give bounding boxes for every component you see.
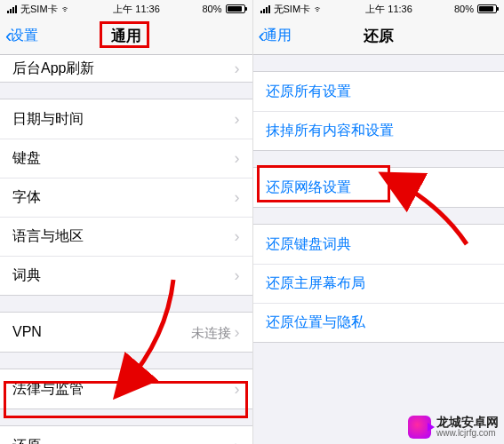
signal-icon: [7, 5, 17, 13]
row-reset-network[interactable]: 还原网络设置: [253, 168, 505, 207]
page-title: 通用: [111, 26, 141, 46]
group-reset-all: 还原所有设置 抹掉所有内容和设置: [253, 71, 505, 151]
status-bar: 无SIM卡 ᯤ 上午 11:36 80%: [253, 0, 505, 18]
group-cutoff: 后台App刷新 ›: [0, 55, 252, 83]
chevron-right-icon: ›: [235, 59, 240, 78]
nav-bar: ‹ 通用 还原: [253, 18, 505, 55]
battery-icon: [226, 4, 245, 13]
row-reset-location-privacy[interactable]: 还原位置与隐私: [253, 303, 505, 342]
status-time: 上午 11:36: [113, 3, 160, 16]
row-label: 字体: [12, 188, 41, 207]
row-label: 还原所有设置: [266, 83, 351, 101]
status-bar: 无SIM卡 ᯤ 上午 11:36 80%: [0, 0, 252, 18]
watermark-url: www.lcjrfg.com: [436, 429, 499, 439]
watermark-logo-icon: [408, 416, 431, 439]
chevron-right-icon: ›: [235, 437, 240, 445]
row-label: 还原网络设置: [266, 178, 351, 197]
row-reset-all-settings[interactable]: 还原所有设置: [253, 72, 505, 111]
group-legal: 法律与监管›: [0, 369, 252, 409]
row-vpn[interactable]: VPN 未连接›: [0, 313, 252, 352]
row-label: 语言与地区: [12, 227, 84, 246]
row-label: 还原: [12, 437, 41, 445]
vpn-status: 未连接: [191, 325, 231, 340]
row-label: 键盘: [12, 149, 41, 168]
signal-icon: [260, 5, 270, 13]
wifi-icon: ᯤ: [61, 4, 71, 14]
group-reset: 还原› 关机: [0, 425, 252, 444]
battery-pct: 80%: [454, 4, 474, 14]
row-label: 日期与时间: [12, 110, 84, 129]
chevron-right-icon: ›: [235, 188, 240, 207]
group-locale: 日期与时间› 键盘› 字体› 语言与地区› 词典›: [0, 99, 252, 296]
row-label: 还原主屏幕布局: [266, 274, 365, 293]
battery-pct: 80%: [202, 4, 221, 14]
row-label: 后台App刷新: [12, 59, 94, 78]
row-reset-home-layout[interactable]: 还原主屏幕布局: [253, 264, 505, 303]
chevron-right-icon: ›: [235, 149, 240, 168]
back-label: 设置: [10, 27, 38, 45]
group-reset-misc: 还原键盘词典 还原主屏幕布局 还原位置与隐私: [253, 224, 505, 343]
row-label: 还原键盘词典: [266, 235, 351, 254]
chevron-right-icon: ›: [235, 323, 240, 341]
row-background-app-refresh[interactable]: 后台App刷新 ›: [0, 55, 252, 82]
screen-reset: 无SIM卡 ᯤ 上午 11:36 80% ‹ 通用 还原 还原所有设置 抹掉所有…: [252, 0, 505, 444]
row-fonts[interactable]: 字体›: [0, 178, 252, 217]
page-title: 还原: [364, 26, 394, 46]
row-language-region[interactable]: 语言与地区›: [0, 217, 252, 256]
wifi-icon: ᯤ: [314, 4, 324, 14]
watermark-name: 龙城安卓网: [436, 416, 499, 429]
nav-bar: ‹ 设置 通用: [0, 18, 252, 55]
row-erase-all[interactable]: 抹掉所有内容和设置: [253, 111, 505, 150]
back-button[interactable]: ‹ 设置: [5, 27, 38, 46]
row-label: 词典: [12, 266, 41, 285]
row-label: VPN: [12, 324, 42, 340]
back-label: 通用: [263, 27, 292, 45]
row-legal[interactable]: 法律与监管›: [0, 369, 252, 408]
row-label: 法律与监管: [12, 380, 84, 399]
status-time: 上午 11:36: [365, 3, 412, 16]
watermark: 龙城安卓网 www.lcjrfg.com: [408, 416, 499, 439]
group-vpn: VPN 未连接›: [0, 312, 252, 353]
back-button[interactable]: ‹ 通用: [259, 27, 292, 46]
row-reset[interactable]: 还原›: [0, 426, 252, 444]
group-reset-network: 还原网络设置: [253, 167, 505, 208]
row-reset-keyboard-dict[interactable]: 还原键盘词典: [253, 225, 505, 264]
row-dictionary[interactable]: 词典›: [0, 256, 252, 295]
chevron-right-icon: ›: [235, 110, 240, 129]
battery-icon: [477, 4, 497, 13]
row-label: 抹掉所有内容和设置: [266, 122, 394, 140]
row-keyboard[interactable]: 键盘›: [0, 139, 252, 178]
chevron-right-icon: ›: [235, 227, 240, 246]
row-date-time[interactable]: 日期与时间›: [0, 99, 252, 139]
chevron-right-icon: ›: [235, 266, 240, 285]
carrier-text: 无SIM卡: [20, 3, 58, 16]
chevron-right-icon: ›: [235, 380, 240, 399]
carrier-text: 无SIM卡: [274, 3, 311, 16]
row-label: 还原位置与隐私: [266, 313, 365, 332]
screen-general: 无SIM卡 ᯤ 上午 11:36 80% ‹ 设置 通用 后台App刷新 › 日…: [0, 0, 252, 444]
